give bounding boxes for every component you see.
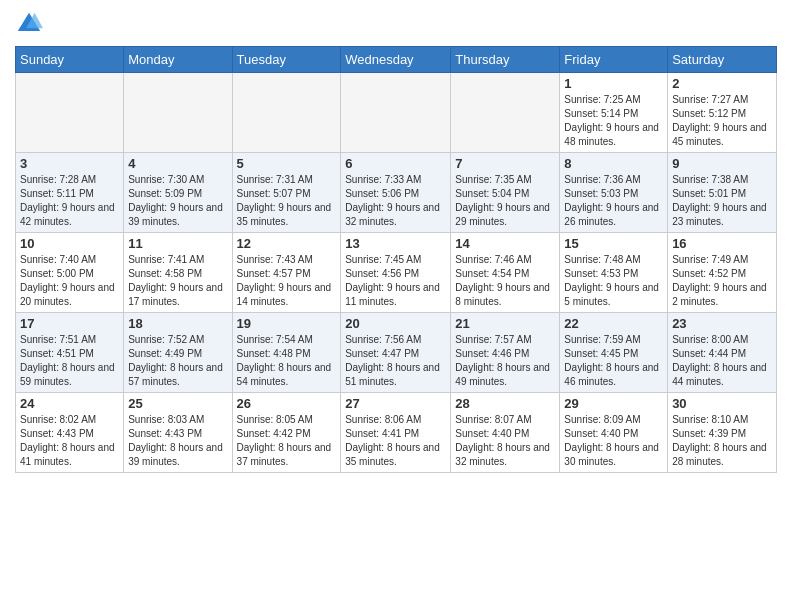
day-info: Sunrise: 7:56 AM Sunset: 4:47 PM Dayligh… — [345, 333, 446, 389]
day-info: Sunrise: 8:02 AM Sunset: 4:43 PM Dayligh… — [20, 413, 119, 469]
calendar-table: SundayMondayTuesdayWednesdayThursdayFrid… — [15, 46, 777, 473]
day-info: Sunrise: 7:59 AM Sunset: 4:45 PM Dayligh… — [564, 333, 663, 389]
header — [15, 10, 777, 38]
col-header-saturday: Saturday — [668, 47, 777, 73]
calendar-cell: 8Sunrise: 7:36 AM Sunset: 5:03 PM Daylig… — [560, 153, 668, 233]
day-info: Sunrise: 7:45 AM Sunset: 4:56 PM Dayligh… — [345, 253, 446, 309]
calendar-cell — [124, 73, 232, 153]
day-number: 29 — [564, 396, 663, 411]
day-info: Sunrise: 7:51 AM Sunset: 4:51 PM Dayligh… — [20, 333, 119, 389]
day-info: Sunrise: 7:30 AM Sunset: 5:09 PM Dayligh… — [128, 173, 227, 229]
day-info: Sunrise: 7:48 AM Sunset: 4:53 PM Dayligh… — [564, 253, 663, 309]
day-info: Sunrise: 7:35 AM Sunset: 5:04 PM Dayligh… — [455, 173, 555, 229]
week-row-2: 3Sunrise: 7:28 AM Sunset: 5:11 PM Daylig… — [16, 153, 777, 233]
calendar-cell: 18Sunrise: 7:52 AM Sunset: 4:49 PM Dayli… — [124, 313, 232, 393]
day-info: Sunrise: 8:06 AM Sunset: 4:41 PM Dayligh… — [345, 413, 446, 469]
day-info: Sunrise: 8:10 AM Sunset: 4:39 PM Dayligh… — [672, 413, 772, 469]
week-row-3: 10Sunrise: 7:40 AM Sunset: 5:00 PM Dayli… — [16, 233, 777, 313]
calendar-cell: 17Sunrise: 7:51 AM Sunset: 4:51 PM Dayli… — [16, 313, 124, 393]
col-header-sunday: Sunday — [16, 47, 124, 73]
week-row-4: 17Sunrise: 7:51 AM Sunset: 4:51 PM Dayli… — [16, 313, 777, 393]
day-number: 17 — [20, 316, 119, 331]
calendar-cell: 1Sunrise: 7:25 AM Sunset: 5:14 PM Daylig… — [560, 73, 668, 153]
calendar-cell: 22Sunrise: 7:59 AM Sunset: 4:45 PM Dayli… — [560, 313, 668, 393]
day-number: 9 — [672, 156, 772, 171]
day-number: 30 — [672, 396, 772, 411]
day-number: 8 — [564, 156, 663, 171]
day-info: Sunrise: 7:52 AM Sunset: 4:49 PM Dayligh… — [128, 333, 227, 389]
calendar-cell: 5Sunrise: 7:31 AM Sunset: 5:07 PM Daylig… — [232, 153, 341, 233]
logo — [15, 10, 47, 38]
calendar-cell: 26Sunrise: 8:05 AM Sunset: 4:42 PM Dayli… — [232, 393, 341, 473]
col-header-tuesday: Tuesday — [232, 47, 341, 73]
day-number: 23 — [672, 316, 772, 331]
calendar-cell: 4Sunrise: 7:30 AM Sunset: 5:09 PM Daylig… — [124, 153, 232, 233]
day-number: 26 — [237, 396, 337, 411]
day-info: Sunrise: 7:57 AM Sunset: 4:46 PM Dayligh… — [455, 333, 555, 389]
day-info: Sunrise: 8:09 AM Sunset: 4:40 PM Dayligh… — [564, 413, 663, 469]
col-header-friday: Friday — [560, 47, 668, 73]
day-number: 21 — [455, 316, 555, 331]
day-number: 4 — [128, 156, 227, 171]
col-header-wednesday: Wednesday — [341, 47, 451, 73]
calendar-cell: 16Sunrise: 7:49 AM Sunset: 4:52 PM Dayli… — [668, 233, 777, 313]
day-info: Sunrise: 7:41 AM Sunset: 4:58 PM Dayligh… — [128, 253, 227, 309]
day-info: Sunrise: 7:31 AM Sunset: 5:07 PM Dayligh… — [237, 173, 337, 229]
day-number: 11 — [128, 236, 227, 251]
day-number: 24 — [20, 396, 119, 411]
day-number: 28 — [455, 396, 555, 411]
calendar-cell: 21Sunrise: 7:57 AM Sunset: 4:46 PM Dayli… — [451, 313, 560, 393]
calendar-cell: 12Sunrise: 7:43 AM Sunset: 4:57 PM Dayli… — [232, 233, 341, 313]
calendar-cell: 14Sunrise: 7:46 AM Sunset: 4:54 PM Dayli… — [451, 233, 560, 313]
col-header-monday: Monday — [124, 47, 232, 73]
day-info: Sunrise: 7:28 AM Sunset: 5:11 PM Dayligh… — [20, 173, 119, 229]
day-number: 6 — [345, 156, 446, 171]
day-info: Sunrise: 8:00 AM Sunset: 4:44 PM Dayligh… — [672, 333, 772, 389]
calendar-cell — [341, 73, 451, 153]
calendar-cell: 15Sunrise: 7:48 AM Sunset: 4:53 PM Dayli… — [560, 233, 668, 313]
main-container: SundayMondayTuesdayWednesdayThursdayFrid… — [0, 0, 792, 483]
calendar-cell — [16, 73, 124, 153]
day-number: 27 — [345, 396, 446, 411]
calendar-cell: 9Sunrise: 7:38 AM Sunset: 5:01 PM Daylig… — [668, 153, 777, 233]
calendar-cell: 13Sunrise: 7:45 AM Sunset: 4:56 PM Dayli… — [341, 233, 451, 313]
day-number: 14 — [455, 236, 555, 251]
day-number: 18 — [128, 316, 227, 331]
day-info: Sunrise: 7:33 AM Sunset: 5:06 PM Dayligh… — [345, 173, 446, 229]
day-number: 10 — [20, 236, 119, 251]
day-info: Sunrise: 7:54 AM Sunset: 4:48 PM Dayligh… — [237, 333, 337, 389]
day-info: Sunrise: 7:25 AM Sunset: 5:14 PM Dayligh… — [564, 93, 663, 149]
day-info: Sunrise: 8:07 AM Sunset: 4:40 PM Dayligh… — [455, 413, 555, 469]
calendar-cell — [451, 73, 560, 153]
day-info: Sunrise: 7:38 AM Sunset: 5:01 PM Dayligh… — [672, 173, 772, 229]
calendar-cell: 6Sunrise: 7:33 AM Sunset: 5:06 PM Daylig… — [341, 153, 451, 233]
calendar-cell: 7Sunrise: 7:35 AM Sunset: 5:04 PM Daylig… — [451, 153, 560, 233]
day-number: 7 — [455, 156, 555, 171]
header-row: SundayMondayTuesdayWednesdayThursdayFrid… — [16, 47, 777, 73]
calendar-cell: 28Sunrise: 8:07 AM Sunset: 4:40 PM Dayli… — [451, 393, 560, 473]
logo-icon — [15, 10, 43, 38]
day-info: Sunrise: 7:46 AM Sunset: 4:54 PM Dayligh… — [455, 253, 555, 309]
col-header-thursday: Thursday — [451, 47, 560, 73]
calendar-cell: 20Sunrise: 7:56 AM Sunset: 4:47 PM Dayli… — [341, 313, 451, 393]
day-number: 16 — [672, 236, 772, 251]
day-number: 12 — [237, 236, 337, 251]
calendar-cell: 3Sunrise: 7:28 AM Sunset: 5:11 PM Daylig… — [16, 153, 124, 233]
week-row-1: 1Sunrise: 7:25 AM Sunset: 5:14 PM Daylig… — [16, 73, 777, 153]
day-number: 5 — [237, 156, 337, 171]
calendar-cell: 30Sunrise: 8:10 AM Sunset: 4:39 PM Dayli… — [668, 393, 777, 473]
calendar-cell: 10Sunrise: 7:40 AM Sunset: 5:00 PM Dayli… — [16, 233, 124, 313]
day-number: 19 — [237, 316, 337, 331]
day-number: 25 — [128, 396, 227, 411]
day-info: Sunrise: 7:40 AM Sunset: 5:00 PM Dayligh… — [20, 253, 119, 309]
day-info: Sunrise: 7:49 AM Sunset: 4:52 PM Dayligh… — [672, 253, 772, 309]
day-number: 1 — [564, 76, 663, 91]
day-number: 22 — [564, 316, 663, 331]
calendar-cell: 24Sunrise: 8:02 AM Sunset: 4:43 PM Dayli… — [16, 393, 124, 473]
day-number: 20 — [345, 316, 446, 331]
calendar-cell: 19Sunrise: 7:54 AM Sunset: 4:48 PM Dayli… — [232, 313, 341, 393]
day-info: Sunrise: 7:43 AM Sunset: 4:57 PM Dayligh… — [237, 253, 337, 309]
day-info: Sunrise: 8:05 AM Sunset: 4:42 PM Dayligh… — [237, 413, 337, 469]
day-number: 13 — [345, 236, 446, 251]
calendar-cell: 25Sunrise: 8:03 AM Sunset: 4:43 PM Dayli… — [124, 393, 232, 473]
